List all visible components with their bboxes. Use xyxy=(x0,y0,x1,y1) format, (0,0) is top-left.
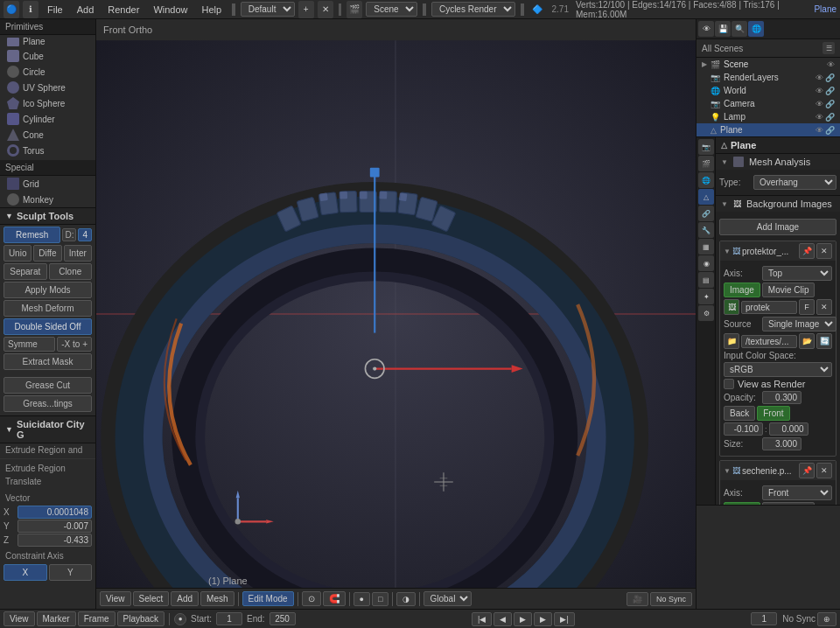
bg-1-source-select[interactable]: Single Image xyxy=(762,317,836,331)
primitive-icosphere[interactable]: Ico Sphere xyxy=(0,95,95,111)
info-menu[interactable]: ℹ xyxy=(23,1,38,18)
viewport-no-sync-btn[interactable]: No Sync xyxy=(650,592,692,606)
scene-select[interactable]: Scene xyxy=(366,2,417,17)
outliner-world[interactable]: 🌐 World 👁 🔗 xyxy=(696,84,840,97)
play-btn[interactable]: ▶ xyxy=(514,612,532,626)
mesh-analysis-header[interactable]: ▼ Mesh Analysis xyxy=(716,154,840,170)
scene-prop-tab[interactable]: 🎬 xyxy=(698,156,714,171)
pivot-btn[interactable]: ⊙ xyxy=(302,591,321,606)
bg-1-axis-select[interactable]: Top xyxy=(762,266,832,281)
bg-1-img-name[interactable]: protek xyxy=(741,301,797,314)
modifier-prop-tab[interactable]: 🔧 xyxy=(698,222,714,238)
sync-btn[interactable]: ⊕ xyxy=(817,612,836,626)
remesh-btn[interactable]: Remesh xyxy=(4,227,60,243)
bg-1-opacity-val[interactable]: 0.300 xyxy=(762,391,802,404)
physics-prop-tab[interactable]: ⚙ xyxy=(698,305,714,321)
menu-render[interactable]: Render xyxy=(102,3,144,17)
double-sided-btn[interactable]: Double Sided Off xyxy=(4,318,92,335)
bg-images-header[interactable]: ▼ 🖼 Background Images xyxy=(716,196,840,212)
world-eye[interactable]: 👁 xyxy=(816,87,823,95)
solid-draw-btn[interactable]: ● xyxy=(354,592,370,606)
bg-1-path-btn2[interactable]: 🔄 xyxy=(816,333,832,349)
bg-item-1-close[interactable]: ✕ xyxy=(816,243,832,259)
grease-cut-btn[interactable]: Grease Cut xyxy=(4,377,92,394)
blender-logo[interactable]: 🔵 xyxy=(4,1,19,18)
camera-icon2[interactable]: 🔗 xyxy=(825,100,835,108)
bg-1-img-clear[interactable]: ✕ xyxy=(816,299,832,315)
scene-tab[interactable]: 🌐 xyxy=(748,21,764,37)
global-select[interactable]: Global xyxy=(424,591,472,606)
symmetrize-btn[interactable]: Symme xyxy=(4,337,55,352)
bg-1-img-f[interactable]: F xyxy=(799,299,815,315)
world-prop-tab[interactable]: 🌐 xyxy=(698,172,714,188)
outliner-scene[interactable]: ▶ 🎬 Scene 👁 xyxy=(696,58,840,71)
suicidator-header[interactable]: ▼ Suicidator City G xyxy=(0,415,95,443)
timeline-playback-btn[interactable]: Playback xyxy=(117,611,165,626)
outliner-filter-btn[interactable]: ☰ xyxy=(822,42,835,54)
primitive-uvsphere[interactable]: UV Sphere xyxy=(0,80,95,95)
vector-y-val[interactable]: -0.007 xyxy=(18,520,92,533)
bg-1-x-offset[interactable]: -0.100 xyxy=(724,422,763,436)
bg-1-image-btn[interactable]: Image xyxy=(724,283,760,297)
primitive-cylinder[interactable]: Cylinder xyxy=(0,111,95,127)
camera-eye[interactable]: 👁 xyxy=(816,100,823,108)
apply-mods-btn[interactable]: Apply Mods xyxy=(4,282,92,298)
analysis-type-select[interactable]: Overhang xyxy=(753,175,836,190)
engine-select[interactable]: Cycles Render xyxy=(431,2,515,17)
add-menu-btn[interactable]: Add xyxy=(171,591,199,606)
bg-item-2-pin[interactable]: 📌 xyxy=(799,463,815,478)
separat-btn[interactable]: Separat xyxy=(4,263,47,280)
prev-frame-btn[interactable]: ◀ xyxy=(494,612,512,626)
grease-things-btn[interactable]: Greas...tings xyxy=(4,395,92,412)
scene-eye[interactable]: 👁 xyxy=(827,60,835,69)
lamp-icon2[interactable]: 🔗 xyxy=(825,113,835,122)
outliner-lamp[interactable]: 💡 Lamp 👁 🔗 xyxy=(696,110,840,123)
object-prop-tab[interactable]: △ xyxy=(698,189,714,205)
inter-btn[interactable]: Inter xyxy=(64,245,92,262)
primitive-circle[interactable]: Circle xyxy=(0,64,95,80)
bg-1-y-offset[interactable]: 0.000 xyxy=(769,422,808,436)
special-monkey[interactable]: Monkey xyxy=(0,192,95,207)
menu-window[interactable]: Window xyxy=(148,3,192,17)
sculpt-tools-header[interactable]: ▼ Sculpt Tools xyxy=(0,207,95,225)
next-keyframe-btn[interactable]: ▶| xyxy=(554,612,574,626)
mesh-menu-btn[interactable]: Mesh xyxy=(200,591,234,606)
scene-icon[interactable]: 🎬 xyxy=(346,1,362,18)
xray-btn[interactable]: ◑ xyxy=(396,592,416,606)
viewport[interactable]: Front Ortho xyxy=(96,19,696,609)
plane-eye[interactable]: 👁 xyxy=(816,126,823,135)
layout-remove[interactable]: ✕ xyxy=(318,1,333,18)
lamp-eye[interactable]: 👁 xyxy=(816,113,823,122)
bg-1-path-val[interactable]: /textures/... xyxy=(741,335,797,348)
view-menu-btn[interactable]: View xyxy=(100,591,131,606)
menu-help[interactable]: Help xyxy=(197,3,228,17)
vector-x-val[interactable]: 0.0001048 xyxy=(18,506,92,519)
add-image-btn[interactable]: Add Image xyxy=(719,219,836,235)
search-tab[interactable]: 🔍 xyxy=(732,21,747,37)
bg-1-colorspace-select[interactable]: sRGB xyxy=(724,362,832,377)
select-menu-btn[interactable]: Select xyxy=(133,591,170,606)
bg-1-path-btn1[interactable]: 📂 xyxy=(799,333,815,349)
bg-1-front-btn[interactable]: Front xyxy=(757,406,789,421)
outliner-plane[interactable]: △ Plane 👁 🔗 xyxy=(696,123,840,136)
material-prop-tab[interactable]: ◉ xyxy=(698,255,714,271)
timeline-view-btn[interactable]: View xyxy=(4,611,35,626)
special-grid[interactable]: Grid xyxy=(0,176,95,192)
menu-add[interactable]: Add xyxy=(72,3,100,17)
timeline-record-btn[interactable]: ● xyxy=(174,613,186,625)
next-frame-btn[interactable]: ▶ xyxy=(534,612,552,626)
data-prop-tab[interactable]: ▦ xyxy=(698,239,714,255)
renderlayers-eye[interactable]: 👁 xyxy=(816,73,823,82)
bg-1-movie-clip-btn[interactable]: Movie Clip xyxy=(762,283,816,297)
viewport-render-btn[interactable]: 🎥 xyxy=(626,592,648,606)
wire-draw-btn[interactable]: □ xyxy=(372,592,388,606)
render-prop-tab[interactable]: 📷 xyxy=(698,139,714,155)
primitive-plane[interactable]: Plane xyxy=(0,35,95,48)
renderlayers-icon2[interactable]: 🔗 xyxy=(825,73,835,82)
vector-z-val[interactable]: -0.433 xyxy=(18,534,92,547)
bg-2-axis-select[interactable]: Front xyxy=(762,485,832,500)
plane-icon2[interactable]: 🔗 xyxy=(825,126,835,135)
timeline-marker-btn[interactable]: Marker xyxy=(37,611,76,626)
clone-btn[interactable]: Clone xyxy=(49,263,93,280)
layout-add[interactable]: + xyxy=(298,1,314,18)
